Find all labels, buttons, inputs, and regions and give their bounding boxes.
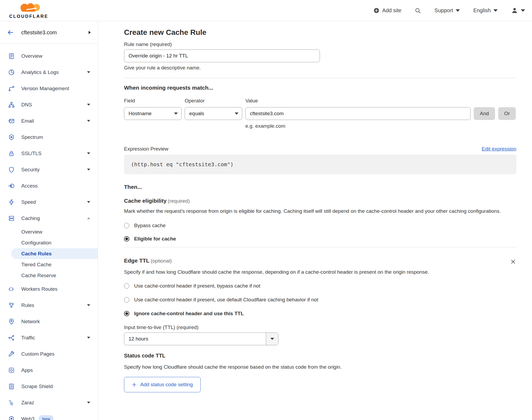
user-icon xyxy=(511,7,518,14)
cache-eligibility-heading-row: Cache eligibility (required) xyxy=(124,198,516,204)
wrench-icon xyxy=(8,351,15,357)
sidebar-item-web3[interactable]: Web3 New xyxy=(0,411,98,420)
sidebar-item-caching-configuration[interactable]: Configuration xyxy=(0,237,98,248)
sidebar-item-label: Analytics & Logs xyxy=(21,69,59,75)
operator-select[interactable]: equals xyxy=(185,107,242,120)
radio-label: Use cache-control header if present, byp… xyxy=(134,283,260,289)
support-menu[interactable]: Support xyxy=(434,7,460,14)
radio-label: Ignore cache-control header and use this… xyxy=(134,311,244,317)
sidebar-item-email[interactable]: Email xyxy=(0,113,98,129)
add-status-code-setting-label: Add status code setting xyxy=(140,382,193,388)
sidebar-nav: Overview Analytics & Logs Version Manage… xyxy=(0,44,98,420)
sidebar-item-security[interactable]: Security xyxy=(0,161,98,178)
rule-name-input[interactable] xyxy=(124,49,320,62)
chevron-down-icon xyxy=(87,152,90,154)
shield-icon xyxy=(8,166,15,173)
sidebar-item-rules[interactable]: Rules xyxy=(0,297,98,313)
site-name: cftestsite3.com xyxy=(21,30,57,36)
brand-wordmark: CLOUDFLARE xyxy=(9,14,48,19)
access-icon xyxy=(8,182,15,189)
sub-item-label: Configuration xyxy=(21,240,51,246)
radio-label: Eligible for cache xyxy=(134,236,176,242)
radio-button[interactable] xyxy=(124,297,129,302)
sidebar-item-label: Zaraz xyxy=(21,400,34,406)
sidebar-item-custom-pages[interactable]: Custom Pages xyxy=(0,346,98,362)
operator-label: Operator xyxy=(185,98,242,104)
lightning-icon xyxy=(8,199,15,206)
sidebar-item-cache-reserve[interactable]: Cache Reserve xyxy=(0,270,98,281)
add-status-code-setting-button[interactable]: Add status code setting xyxy=(124,377,201,392)
top-header: CLOUDFLARE Add site Support xyxy=(0,0,532,21)
status-code-ttl-description: Specify how long Cloudflare should cache… xyxy=(124,363,516,371)
expression-header-row: Expression Preview Edit expression xyxy=(124,146,516,152)
sidebar-item-overview[interactable]: Overview xyxy=(0,48,98,64)
radio-eligible-for-cache[interactable]: Eligible for cache xyxy=(124,236,516,242)
sidebar-item-workers-routes[interactable]: Workers Routes xyxy=(0,281,98,297)
search-button[interactable] xyxy=(415,7,421,14)
sidebar-item-speed[interactable]: Speed xyxy=(0,194,98,210)
sidebar-item-network[interactable]: Network xyxy=(0,313,98,330)
or-button[interactable]: Or xyxy=(498,107,516,120)
ttl-select[interactable]: 12 hours xyxy=(124,332,278,345)
value-input[interactable] xyxy=(245,107,471,120)
sidebar-item-ssl-tls[interactable]: SSL/TLS xyxy=(0,145,98,161)
account-menu[interactable] xyxy=(511,7,525,14)
back-arrow-icon[interactable] xyxy=(6,28,14,36)
sidebar-item-zaraz[interactable]: Zaraz xyxy=(0,394,98,411)
and-button[interactable]: And xyxy=(474,107,495,120)
sidebar-item-label: Speed xyxy=(21,199,36,205)
sidebar-item-label: Overview xyxy=(21,53,42,59)
sidebar-item-traffic[interactable]: Traffic xyxy=(0,330,98,346)
radio-button-checked[interactable] xyxy=(124,311,129,316)
edge-ttl-heading-row: Edge TTL (optional) xyxy=(124,257,516,265)
sidebar-item-label: Apps xyxy=(21,367,33,373)
sidebar-item-version-management[interactable]: Version Management xyxy=(0,80,98,97)
radio-button[interactable] xyxy=(124,223,129,228)
radio-label: Bypass cache xyxy=(134,223,166,228)
apps-icon xyxy=(8,367,15,374)
language-menu[interactable]: English xyxy=(473,7,498,14)
sub-item-label: Cache Reserve xyxy=(21,273,56,278)
overview-icon xyxy=(8,53,15,60)
site-expand-icon[interactable] xyxy=(89,31,91,34)
cloudflare-cloud-icon xyxy=(13,2,44,14)
top-header-actions: Add site Support English xyxy=(373,7,532,14)
radio-ignore-header-use-ttl[interactable]: Ignore cache-control header and use this… xyxy=(124,311,516,317)
sidebar-item-caching-overview[interactable]: Overview xyxy=(0,226,98,237)
radio-use-header-bypass[interactable]: Use cache-control header if present, byp… xyxy=(124,283,516,289)
operator-select-value: equals xyxy=(189,111,204,117)
cloudflare-logo[interactable]: CLOUDFLARE xyxy=(5,2,53,19)
sidebar-item-cache-rules[interactable]: Cache Rules xyxy=(11,248,98,259)
sidebar-item-scrape-shield[interactable]: Scrape Shield xyxy=(0,378,98,394)
ttl-select-dropdown-button[interactable] xyxy=(266,333,278,345)
required-label: (required) xyxy=(168,198,189,204)
sub-item-label: Cache Rules xyxy=(21,251,52,257)
sidebar-item-label: Version Management xyxy=(21,86,69,92)
sidebar-item-label: Custom Pages xyxy=(21,351,55,357)
radio-button[interactable] xyxy=(124,283,129,289)
chevron-down-icon xyxy=(87,104,90,106)
sidebar-item-dns[interactable]: DNS xyxy=(0,97,98,113)
radio-bypass-cache[interactable]: Bypass cache xyxy=(124,223,516,228)
edge-ttl-close-button[interactable] xyxy=(510,259,516,265)
add-site-button[interactable]: Add site xyxy=(373,7,401,14)
page-title: Create new Cache Rule xyxy=(124,28,516,37)
edit-expression-link[interactable]: Edit expression xyxy=(482,146,516,152)
radio-button-checked[interactable] xyxy=(124,236,129,242)
radio-use-header-default[interactable]: Use cache-control header if present, use… xyxy=(124,297,516,303)
sidebar-item-label: Rules xyxy=(21,302,34,308)
sidebar-item-access[interactable]: Access xyxy=(0,178,98,194)
new-badge: New xyxy=(39,415,53,420)
sidebar-item-tiered-cache[interactable]: Tiered Cache xyxy=(0,259,98,270)
sidebar-item-label: Security xyxy=(21,167,40,173)
sidebar-item-caching[interactable]: Caching xyxy=(0,210,98,226)
filter-icon xyxy=(8,302,15,309)
sidebar-item-label: DNS xyxy=(21,102,32,108)
code-brackets-icon xyxy=(8,286,15,293)
sidebar-item-label: Spectrum xyxy=(21,134,43,140)
chevron-down-icon xyxy=(87,402,90,404)
sidebar-item-apps[interactable]: Apps xyxy=(0,362,98,378)
sidebar-item-analytics-logs[interactable]: Analytics & Logs xyxy=(0,64,98,80)
field-select[interactable]: Hostname xyxy=(124,107,182,120)
sidebar-item-spectrum[interactable]: Spectrum xyxy=(0,129,98,145)
